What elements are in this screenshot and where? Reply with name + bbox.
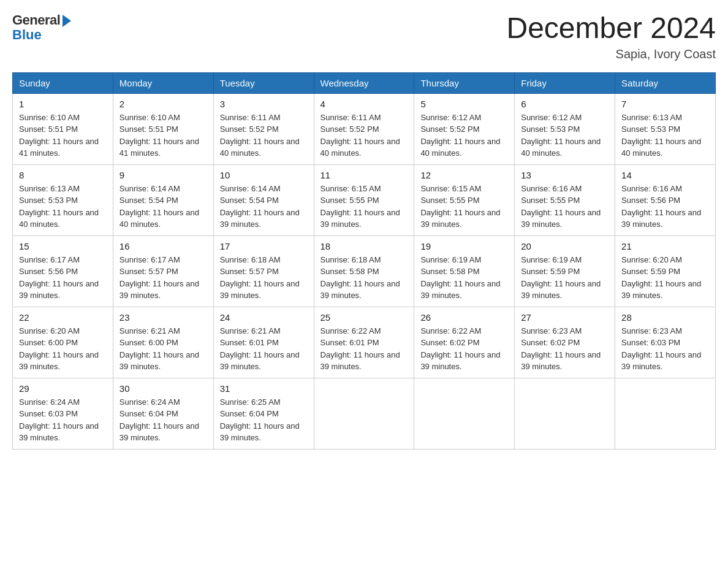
calendar-week-row: 29 Sunrise: 6:24 AMSunset: 6:03 PMDaylig…: [13, 378, 716, 449]
day-info: Sunrise: 6:13 AMSunset: 5:53 PMDaylight:…: [621, 112, 709, 159]
day-info: Sunrise: 6:18 AMSunset: 5:57 PMDaylight:…: [220, 254, 308, 302]
calendar-cell: [314, 378, 414, 449]
day-info: Sunrise: 6:23 AMSunset: 6:03 PMDaylight:…: [621, 325, 709, 373]
calendar-cell: 20 Sunrise: 6:19 AMSunset: 5:59 PMDaylig…: [515, 236, 615, 307]
day-number: 31: [220, 383, 308, 394]
calendar-header-row: SundayMondayTuesdayWednesdayThursdayFrid…: [13, 72, 716, 93]
day-number: 27: [521, 312, 609, 323]
day-info: Sunrise: 6:13 AMSunset: 5:53 PMDaylight:…: [19, 183, 107, 231]
calendar-cell: 18 Sunrise: 6:18 AMSunset: 5:58 PMDaylig…: [314, 236, 414, 307]
day-number: 6: [521, 99, 609, 109]
calendar-cell: 27 Sunrise: 6:23 AMSunset: 6:02 PMDaylig…: [515, 307, 615, 378]
calendar-cell: 6 Sunrise: 6:12 AMSunset: 5:53 PMDayligh…: [515, 93, 615, 164]
day-info: Sunrise: 6:16 AMSunset: 5:56 PMDaylight:…: [621, 183, 709, 231]
calendar-cell: 12 Sunrise: 6:15 AMSunset: 5:55 PMDaylig…: [414, 164, 515, 236]
day-info: Sunrise: 6:16 AMSunset: 5:55 PMDaylight:…: [521, 183, 609, 231]
column-header-saturday: Saturday: [615, 72, 716, 93]
day-number: 29: [19, 383, 107, 394]
calendar-cell: [414, 378, 515, 449]
day-number: 23: [119, 312, 207, 323]
day-info: Sunrise: 6:21 AMSunset: 6:00 PMDaylight:…: [119, 325, 207, 373]
logo-arrow-icon: [63, 15, 71, 27]
day-info: Sunrise: 6:19 AMSunset: 5:59 PMDaylight:…: [521, 254, 609, 302]
column-header-wednesday: Wednesday: [314, 72, 414, 93]
day-number: 16: [119, 241, 207, 251]
calendar-week-row: 15 Sunrise: 6:17 AMSunset: 5:56 PMDaylig…: [13, 236, 716, 307]
day-info: Sunrise: 6:20 AMSunset: 6:00 PMDaylight:…: [19, 325, 107, 373]
calendar-cell: 9 Sunrise: 6:14 AMSunset: 5:54 PMDayligh…: [113, 164, 213, 236]
day-info: Sunrise: 6:17 AMSunset: 5:57 PMDaylight:…: [119, 254, 207, 302]
day-number: 20: [521, 241, 609, 251]
logo-blue-text: Blue: [12, 27, 42, 43]
day-number: 13: [521, 170, 609, 180]
calendar-cell: 14 Sunrise: 6:16 AMSunset: 5:56 PMDaylig…: [615, 164, 716, 236]
calendar-cell: 19 Sunrise: 6:19 AMSunset: 5:58 PMDaylig…: [414, 236, 515, 307]
calendar-cell: 10 Sunrise: 6:14 AMSunset: 5:54 PMDaylig…: [213, 164, 314, 236]
day-number: 11: [320, 170, 408, 180]
day-number: 21: [621, 241, 709, 251]
column-header-monday: Monday: [113, 72, 213, 93]
day-number: 7: [621, 99, 709, 109]
calendar-cell: 13 Sunrise: 6:16 AMSunset: 5:55 PMDaylig…: [515, 164, 615, 236]
day-info: Sunrise: 6:10 AMSunset: 5:51 PMDaylight:…: [119, 112, 207, 159]
day-number: 12: [420, 170, 508, 180]
day-info: Sunrise: 6:22 AMSunset: 6:01 PMDaylight:…: [320, 325, 408, 373]
day-info: Sunrise: 6:12 AMSunset: 5:53 PMDaylight:…: [521, 112, 609, 159]
day-info: Sunrise: 6:12 AMSunset: 5:52 PMDaylight:…: [420, 112, 508, 159]
calendar-cell: [615, 378, 716, 449]
calendar-cell: 21 Sunrise: 6:20 AMSunset: 5:59 PMDaylig…: [615, 236, 716, 307]
calendar-cell: 2 Sunrise: 6:10 AMSunset: 5:51 PMDayligh…: [113, 93, 213, 164]
calendar-cell: 11 Sunrise: 6:15 AMSunset: 5:55 PMDaylig…: [314, 164, 414, 236]
day-info: Sunrise: 6:21 AMSunset: 6:01 PMDaylight:…: [220, 325, 308, 373]
day-info: Sunrise: 6:15 AMSunset: 5:55 PMDaylight:…: [320, 183, 408, 231]
day-info: Sunrise: 6:25 AMSunset: 6:04 PMDaylight:…: [220, 396, 308, 444]
calendar-week-row: 8 Sunrise: 6:13 AMSunset: 5:53 PMDayligh…: [13, 164, 716, 236]
day-info: Sunrise: 6:11 AMSunset: 5:52 PMDaylight:…: [320, 112, 408, 159]
day-number: 28: [621, 312, 709, 323]
day-number: 24: [220, 312, 308, 323]
day-info: Sunrise: 6:20 AMSunset: 5:59 PMDaylight:…: [621, 254, 709, 302]
calendar-cell: 15 Sunrise: 6:17 AMSunset: 5:56 PMDaylig…: [13, 236, 113, 307]
calendar-cell: 22 Sunrise: 6:20 AMSunset: 6:00 PMDaylig…: [13, 307, 113, 378]
calendar-week-row: 22 Sunrise: 6:20 AMSunset: 6:00 PMDaylig…: [13, 307, 716, 378]
day-info: Sunrise: 6:14 AMSunset: 5:54 PMDaylight:…: [119, 183, 207, 231]
day-number: 4: [320, 99, 408, 109]
day-number: 10: [220, 170, 308, 180]
calendar-cell: 31 Sunrise: 6:25 AMSunset: 6:04 PMDaylig…: [213, 378, 314, 449]
day-number: 26: [420, 312, 508, 323]
calendar-cell: 3 Sunrise: 6:11 AMSunset: 5:52 PMDayligh…: [213, 93, 314, 164]
day-number: 5: [420, 99, 508, 109]
calendar-cell: 7 Sunrise: 6:13 AMSunset: 5:53 PMDayligh…: [615, 93, 716, 164]
day-number: 18: [320, 241, 408, 251]
day-number: 19: [420, 241, 508, 251]
column-header-tuesday: Tuesday: [213, 72, 314, 93]
day-info: Sunrise: 6:15 AMSunset: 5:55 PMDaylight:…: [420, 183, 508, 231]
calendar-cell: 24 Sunrise: 6:21 AMSunset: 6:01 PMDaylig…: [213, 307, 314, 378]
calendar-cell: 5 Sunrise: 6:12 AMSunset: 5:52 PMDayligh…: [414, 93, 515, 164]
logo-general-text: General: [12, 12, 60, 28]
day-number: 30: [119, 383, 207, 394]
day-number: 17: [220, 241, 308, 251]
calendar-cell: 30 Sunrise: 6:24 AMSunset: 6:04 PMDaylig…: [113, 378, 213, 449]
day-number: 1: [19, 99, 107, 109]
calendar-cell: 16 Sunrise: 6:17 AMSunset: 5:57 PMDaylig…: [113, 236, 213, 307]
calendar-cell: 1 Sunrise: 6:10 AMSunset: 5:51 PMDayligh…: [13, 93, 113, 164]
day-info: Sunrise: 6:10 AMSunset: 5:51 PMDaylight:…: [19, 112, 107, 159]
calendar-cell: 17 Sunrise: 6:18 AMSunset: 5:57 PMDaylig…: [213, 236, 314, 307]
title-block: December 2024 Sapia, Ivory Coast: [506, 12, 716, 61]
calendar-cell: 28 Sunrise: 6:23 AMSunset: 6:03 PMDaylig…: [615, 307, 716, 378]
calendar-cell: 29 Sunrise: 6:24 AMSunset: 6:03 PMDaylig…: [13, 378, 113, 449]
day-info: Sunrise: 6:24 AMSunset: 6:04 PMDaylight:…: [119, 396, 207, 444]
column-header-sunday: Sunday: [13, 72, 113, 93]
calendar-cell: 25 Sunrise: 6:22 AMSunset: 6:01 PMDaylig…: [314, 307, 414, 378]
day-number: 2: [119, 99, 207, 109]
day-number: 22: [19, 312, 107, 323]
page-header: General Blue December 2024 Sapia, Ivory …: [12, 12, 716, 61]
calendar-cell: 4 Sunrise: 6:11 AMSunset: 5:52 PMDayligh…: [314, 93, 414, 164]
day-info: Sunrise: 6:17 AMSunset: 5:56 PMDaylight:…: [19, 254, 107, 302]
day-info: Sunrise: 6:11 AMSunset: 5:52 PMDaylight:…: [220, 112, 308, 159]
day-info: Sunrise: 6:14 AMSunset: 5:54 PMDaylight:…: [220, 183, 308, 231]
day-number: 9: [119, 170, 207, 180]
column-header-thursday: Thursday: [414, 72, 515, 93]
day-number: 14: [621, 170, 709, 180]
